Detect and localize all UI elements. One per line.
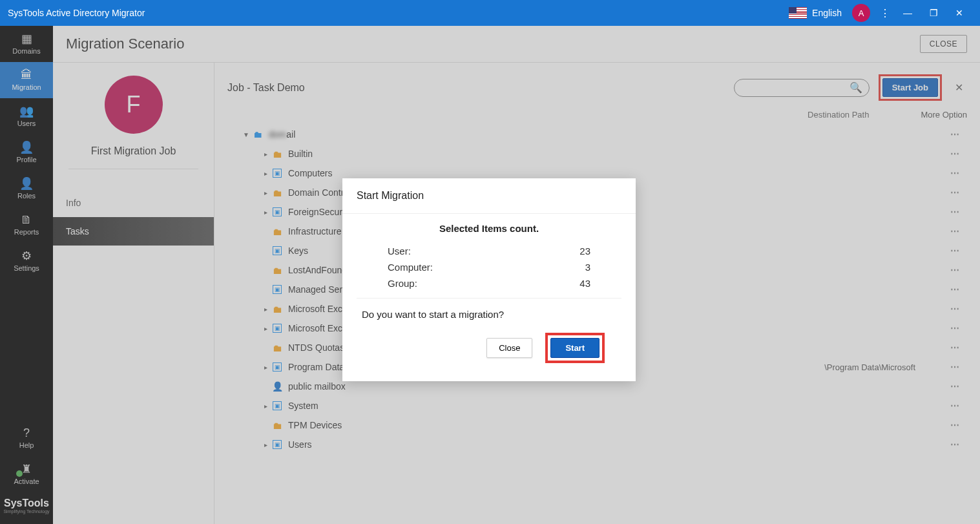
count-row-computer: Computer: 3 <box>362 259 616 275</box>
dialog-start-button[interactable]: Start <box>550 338 599 358</box>
minimize-icon[interactable]: — <box>895 8 921 18</box>
maximize-icon[interactable]: ❐ <box>921 8 946 18</box>
start-migration-dialog: Start Migration Selected Items count. Us… <box>342 178 636 381</box>
count-row-user: User: 23 <box>362 243 616 259</box>
app-title: SysTools Active Directory Migrator <box>8 8 789 18</box>
count-key: Computer: <box>388 262 585 273</box>
count-key: User: <box>388 246 579 257</box>
titlebar: SysTools Active Directory Migrator Engli… <box>0 0 980 26</box>
close-window-icon[interactable]: ✕ <box>946 8 972 18</box>
start-button-highlight: Start <box>545 333 605 363</box>
count-val: 3 <box>585 262 590 273</box>
more-menu-icon[interactable]: ⋮ <box>875 7 895 19</box>
count-val: 23 <box>579 246 590 257</box>
flag-icon <box>789 7 807 19</box>
count-key: Group: <box>388 278 579 289</box>
user-avatar[interactable]: A <box>852 4 870 22</box>
dialog-close-button[interactable]: Close <box>486 338 532 358</box>
count-val: 43 <box>579 278 590 289</box>
counts-title: Selected Items count. <box>362 223 616 234</box>
language-selector[interactable]: English <box>789 7 842 19</box>
count-row-group: Group: 43 <box>362 275 616 291</box>
confirm-question: Do you want to start a migration? <box>362 309 616 320</box>
dialog-title: Start Migration <box>342 178 636 214</box>
language-label: English <box>812 8 842 18</box>
